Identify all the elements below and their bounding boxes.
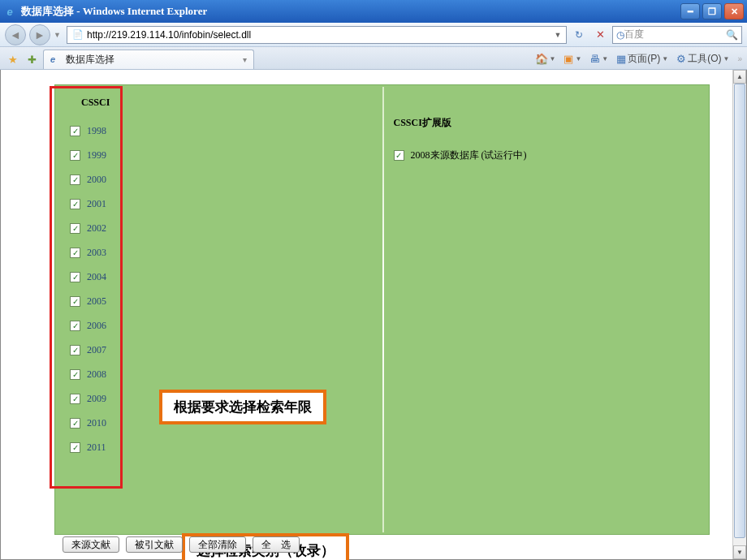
page-icon: 📄 [71, 28, 84, 41]
year-item-1999: ✓1999 [70, 143, 382, 167]
stop-button[interactable]: ✕ [591, 26, 609, 44]
url-dropdown-icon[interactable]: ▼ [551, 31, 564, 39]
browser-tab[interactable]: e 数据库选择 ▾ [43, 50, 254, 69]
minimize-button[interactable]: ━ [680, 3, 700, 19]
year-item-2008: ✓2008 [70, 362, 382, 386]
forward-button[interactable]: ► [29, 24, 50, 45]
content-area: ▲ ▼ CSSCI ✓1998✓1999✓2000✓2001✓2002✓2003… [0, 70, 747, 560]
clear-all-button[interactable]: 全部清除 [189, 536, 246, 553]
print-icon: 🖶 [589, 53, 600, 65]
year-checkbox-2007[interactable]: ✓ [70, 345, 80, 355]
year-item-2002: ✓2002 [70, 216, 382, 240]
back-button[interactable]: ◄ [5, 24, 26, 45]
cited-docs-button[interactable]: 被引文献 [126, 536, 183, 553]
search-provider-icon: ◷ [616, 29, 624, 41]
year-checkbox-2008[interactable]: ✓ [70, 369, 80, 380]
year-checkbox-2003[interactable]: ✓ [70, 248, 80, 258]
window-titlebar: e 数据库选择 - Windows Internet Explorer ━ ❐ … [0, 0, 747, 23]
year-label-2004: 2004 [87, 271, 106, 283]
year-label-2009: 2009 [87, 393, 106, 405]
select-all-button[interactable]: 全 选 [253, 536, 300, 553]
feeds-button[interactable]: ▣▼ [563, 53, 581, 65]
maximize-button[interactable]: ❐ [702, 3, 722, 19]
year-label-2002: 2002 [87, 222, 106, 235]
window-title: 数据库选择 - Windows Internet Explorer [21, 4, 680, 19]
close-button[interactable]: ✕ [724, 3, 744, 19]
year-item-2005: ✓2005 [70, 289, 382, 313]
year-label-1998: 1998 [87, 125, 106, 137]
tools-menu[interactable]: ⚙工具(O)▼ [676, 52, 729, 66]
refresh-button[interactable]: ↻ [570, 26, 588, 44]
address-bar[interactable]: 📄 http://219.219.114.10/infobin/select.d… [67, 26, 567, 44]
navigation-bar: ◄ ► ▼ 📄 http://219.219.114.10/infobin/se… [0, 23, 747, 47]
year-checkbox-2001[interactable]: ✓ [70, 199, 80, 209]
home-icon: 🏠 [535, 53, 548, 65]
year-item-2007: ✓2007 [70, 338, 382, 362]
year-label-2003: 2003 [87, 247, 106, 259]
database-panel: CSSCI ✓1998✓1999✓2000✓2001✓2002✓2003✓200… [54, 84, 710, 535]
year-item-2006: ✓2006 [70, 313, 382, 338]
year-label-1999: 1999 [87, 149, 106, 162]
year-item-2011: ✓2011 [70, 435, 382, 459]
year-label-2006: 2006 [87, 320, 106, 332]
window-controls: ━ ❐ ✕ [680, 3, 744, 19]
year-checkbox-2006[interactable]: ✓ [70, 321, 80, 331]
year-label-2011: 2011 [87, 442, 106, 454]
year-label-2001: 2001 [87, 198, 106, 210]
right-column: CSSCI扩展版 ✓ 2008来源数据库 (试运行中) [382, 85, 710, 167]
tab-dropdown-icon[interactable]: ▾ [243, 55, 247, 64]
search-box[interactable]: ◷ 百度 🔍 [612, 26, 742, 44]
scroll-up-button[interactable]: ▲ [733, 70, 746, 84]
year-item-1998: ✓1998 [70, 118, 382, 143]
tab-page-icon: e [50, 54, 62, 66]
search-icon[interactable]: 🔍 [726, 29, 738, 41]
cssci-ext-heading: CSSCI扩展版 [394, 116, 710, 130]
year-checkbox-1998[interactable]: ✓ [70, 126, 80, 136]
scroll-down-button[interactable]: ▼ [733, 545, 746, 559]
year-label-2005: 2005 [87, 295, 106, 308]
tab-bar: ★ ✚ e 数据库选择 ▾ 🏠▼ ▣▼ 🖶▼ ▦页面(P)▼ ⚙工具(O)▼ » [0, 47, 747, 70]
year-checkbox-2000[interactable]: ✓ [70, 174, 80, 185]
year-checkbox-2010[interactable]: ✓ [70, 418, 80, 429]
year-label-2010: 2010 [87, 417, 106, 429]
cssci-heading: CSSCI [81, 97, 382, 109]
year-label-2007: 2007 [87, 344, 106, 356]
page-body: CSSCI ✓1998✓1999✓2000✓2001✓2002✓2003✓200… [1, 70, 732, 559]
ext-db-checkbox[interactable]: ✓ [394, 150, 404, 161]
year-item-2003: ✓2003 [70, 240, 382, 265]
year-checkbox-2004[interactable]: ✓ [70, 272, 80, 282]
year-checkbox-2011[interactable]: ✓ [70, 442, 80, 453]
favorites-strip: ★ ✚ [5, 52, 40, 69]
ext-db-item: ✓ 2008来源数据库 (试运行中) [394, 143, 710, 167]
year-label-2000: 2000 [87, 174, 106, 186]
print-button[interactable]: 🖶▼ [589, 53, 608, 65]
year-checkbox-1999[interactable]: ✓ [70, 150, 80, 161]
rss-icon: ▣ [563, 53, 573, 65]
vertical-scrollbar[interactable]: ▲ ▼ [732, 70, 746, 559]
command-bar: 🏠▼ ▣▼ 🖶▼ ▦页面(P)▼ ⚙工具(O)▼ » [535, 52, 743, 69]
page-menu[interactable]: ▦页面(P)▼ [616, 52, 668, 66]
annotation-callout-years: 根据要求选择检索年限 [159, 390, 326, 424]
url-text: http://219.219.114.10/infobin/select.dll [87, 29, 551, 41]
ie-icon: e [3, 5, 16, 18]
ext-db-label: 2008来源数据库 (试运行中) [411, 149, 527, 162]
tab-title: 数据库选择 [66, 53, 235, 67]
year-label-2008: 2008 [87, 368, 106, 381]
scroll-thumb[interactable] [734, 84, 745, 538]
search-placeholder: 百度 [624, 28, 726, 41]
tools-menu-label: 工具(O) [688, 52, 721, 66]
year-item-2004: ✓2004 [70, 265, 382, 289]
nav-dropdown-icon[interactable]: ▼ [54, 31, 63, 39]
year-checkbox-2005[interactable]: ✓ [70, 296, 80, 307]
favorites-icon[interactable]: ★ [5, 52, 21, 67]
home-button[interactable]: 🏠▼ [535, 53, 556, 65]
year-checkbox-2002[interactable]: ✓ [70, 223, 80, 234]
source-docs-button[interactable]: 来源文献 [63, 536, 119, 553]
year-item-2001: ✓2001 [70, 192, 382, 216]
year-item-2000: ✓2000 [70, 167, 382, 192]
page-menu-label: 页面(P) [628, 52, 660, 66]
action-button-row: 来源文献 被引文献 全部清除 全 选 [63, 536, 300, 553]
gear-icon: ⚙ [676, 53, 686, 65]
add-favorite-icon[interactable]: ✚ [24, 52, 40, 67]
year-checkbox-2009[interactable]: ✓ [70, 394, 80, 404]
